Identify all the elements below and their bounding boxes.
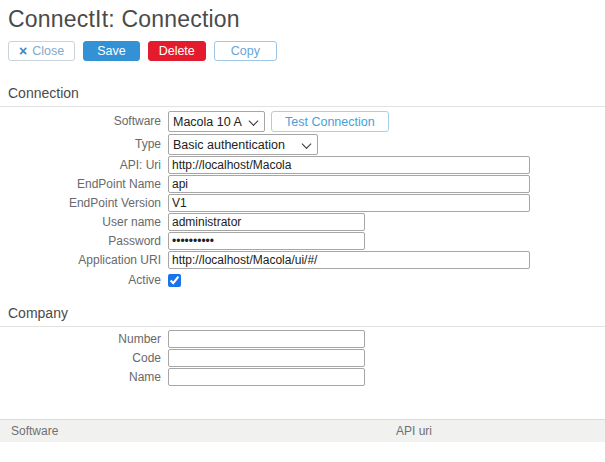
endpoint-name-input[interactable] bbox=[168, 175, 530, 193]
password-input[interactable] bbox=[168, 232, 365, 250]
test-connection-button[interactable]: Test Connection bbox=[271, 111, 389, 132]
company-name-input[interactable] bbox=[168, 368, 365, 386]
company-number-input[interactable] bbox=[168, 330, 365, 348]
software-row: Software Macola 10 API Test Connection bbox=[0, 110, 605, 133]
api-uri-row: API: Uri bbox=[0, 156, 605, 174]
save-button[interactable]: Save bbox=[83, 41, 140, 61]
api-uri-input[interactable] bbox=[168, 156, 530, 174]
company-code-input[interactable] bbox=[168, 349, 365, 367]
company-code-row: Code bbox=[0, 349, 605, 367]
password-label: Password bbox=[0, 233, 168, 250]
active-label: Active bbox=[0, 272, 168, 289]
company-number-label: Number bbox=[0, 331, 168, 348]
close-button[interactable]: × Close bbox=[8, 41, 75, 61]
software-label: Software bbox=[0, 113, 168, 130]
type-label: Type bbox=[0, 136, 168, 153]
company-code-label: Code bbox=[0, 350, 168, 367]
type-select[interactable]: Basic authentication bbox=[168, 134, 318, 155]
software-select[interactable]: Macola 10 API bbox=[168, 111, 265, 132]
active-row: Active bbox=[0, 272, 605, 288]
application-uri-row: Application URI bbox=[0, 251, 605, 269]
password-row: Password bbox=[0, 232, 605, 250]
table-header-software: Software bbox=[0, 420, 396, 442]
connectit-connection-page: ConnectIt: Connection × Close Save Delet… bbox=[0, 6, 605, 462]
endpoint-name-label: EndPoint Name bbox=[0, 176, 168, 193]
close-icon: × bbox=[19, 44, 27, 58]
company-name-row: Name bbox=[0, 368, 605, 386]
connection-section-heading: Connection bbox=[0, 61, 605, 107]
connections-table-header: Software API uri bbox=[0, 419, 605, 442]
endpoint-name-row: EndPoint Name bbox=[0, 175, 605, 193]
table-header-api-uri: API uri bbox=[396, 420, 605, 442]
type-row: Type Basic authentication bbox=[0, 133, 605, 156]
company-name-label: Name bbox=[0, 369, 168, 386]
connection-section: Connection Software Macola 10 API Test C… bbox=[0, 61, 605, 288]
toolbar: × Close Save Delete Copy bbox=[8, 41, 605, 61]
company-number-row: Number bbox=[0, 330, 605, 348]
user-name-input[interactable] bbox=[168, 213, 365, 231]
type-select-wrap: Basic authentication bbox=[168, 134, 318, 155]
active-checkbox[interactable] bbox=[168, 274, 181, 287]
delete-button[interactable]: Delete bbox=[148, 41, 206, 61]
company-section: Company Number Code Name bbox=[0, 289, 605, 386]
close-button-label: Close bbox=[32, 42, 64, 60]
api-uri-label: API: Uri bbox=[0, 157, 168, 174]
application-uri-label: Application URI bbox=[0, 252, 168, 269]
endpoint-version-input[interactable] bbox=[168, 194, 530, 212]
user-name-label: User name bbox=[0, 214, 168, 231]
company-section-heading: Company bbox=[0, 289, 605, 327]
copy-button[interactable]: Copy bbox=[214, 41, 277, 61]
user-name-row: User name bbox=[0, 213, 605, 231]
software-select-wrap: Macola 10 API bbox=[168, 111, 265, 132]
endpoint-version-label: EndPoint Version bbox=[0, 195, 168, 212]
endpoint-version-row: EndPoint Version bbox=[0, 194, 605, 212]
page-title: ConnectIt: Connection bbox=[8, 6, 605, 33]
application-uri-input[interactable] bbox=[168, 251, 530, 269]
